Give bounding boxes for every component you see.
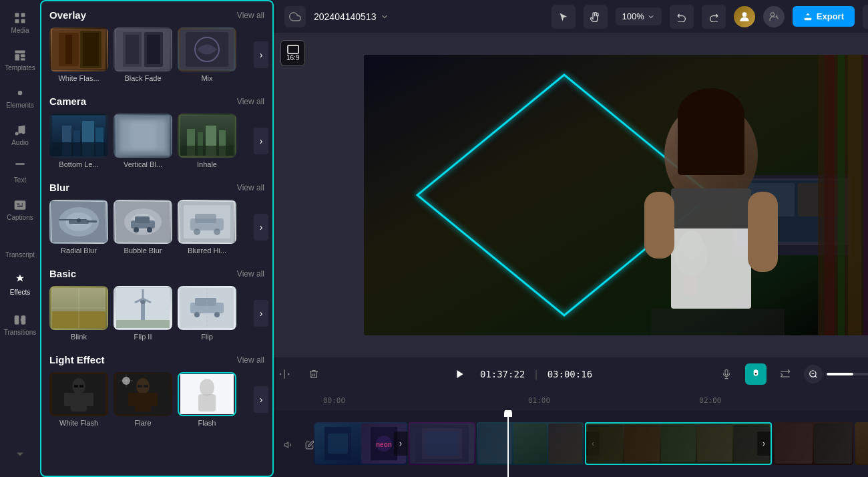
segment-4-right-arrow[interactable]: › — [757, 432, 771, 456]
sidebar-item-templates[interactable]: Templates — [3, 43, 37, 77]
camera-next-arrow[interactable]: › — [254, 128, 268, 154]
help-button[interactable] — [863, 5, 868, 29]
effect-bubble-blur[interactable]: Bubble Blur — [114, 200, 172, 255]
svg-point-48 — [77, 218, 81, 222]
timeline-area: 00:00 01:00 02:00 03:00 — [274, 390, 868, 477]
track-segment-5[interactable] — [773, 422, 853, 465]
effect-mix[interactable]: Mix — [178, 27, 236, 82]
svg-rect-7 — [21, 58, 25, 60]
svg-point-9 — [15, 132, 19, 136]
track-segment-6[interactable] — [855, 422, 868, 465]
basic-section-header: Basic View all — [49, 268, 264, 279]
svg-point-56 — [147, 227, 152, 232]
effect-bottom-lens[interactable]: Bottom Le... — [49, 114, 108, 168]
svg-rect-136 — [748, 192, 778, 272]
blur-view-all[interactable]: View all — [237, 183, 264, 192]
ai-audio-button[interactable] — [745, 363, 767, 385]
effect-blurred-hi[interactable]: Blurred Hi... — [178, 200, 236, 255]
vertical-bl-label: Vertical Bl... — [114, 160, 172, 168]
sidebar-item-audio[interactable]: Audio — [3, 118, 37, 152]
black-fade-thumb — [115, 29, 171, 70]
zoom-level[interactable]: 100% — [616, 7, 662, 25]
svg-point-79 — [214, 312, 220, 317]
video-frame — [364, 55, 868, 335]
sidebar-item-transitions[interactable]: Transitions — [3, 307, 37, 342]
segment-1-right-arrow[interactable]: › — [394, 432, 407, 456]
basic-next-arrow[interactable]: › — [254, 300, 268, 327]
effect-flip[interactable]: Flip — [178, 286, 236, 341]
track-segment-3[interactable] — [477, 422, 584, 465]
svg-rect-111 — [288, 45, 298, 53]
ruler-mark-0: 00:00 — [320, 396, 525, 405]
redo-button[interactable] — [702, 5, 726, 29]
svg-rect-41 — [180, 146, 234, 156]
svg-rect-134 — [671, 188, 751, 228]
play-button[interactable] — [448, 362, 472, 386]
light-effect-view-all[interactable]: View all — [237, 355, 264, 365]
flash-thumb — [179, 373, 235, 415]
blur-items-row: Radial Blur — [49, 200, 264, 255]
svg-rect-85 — [85, 393, 93, 406]
svg-rect-18 — [83, 33, 99, 66]
sidebar-item-transcript[interactable]: Transcript — [3, 230, 37, 265]
svg-rect-135 — [644, 192, 674, 259]
collapse-sidebar-button[interactable] — [3, 437, 37, 472]
svg-rect-22 — [126, 35, 139, 64]
light-effect-next-arrow[interactable]: › — [254, 386, 268, 413]
effect-radial-blur[interactable]: Radial Blur — [49, 200, 108, 255]
blur-next-arrow[interactable]: › — [254, 214, 268, 241]
cloud-sync-icon[interactable] — [284, 6, 306, 27]
hand-tool-button[interactable] — [584, 5, 608, 29]
svg-rect-12 — [15, 315, 19, 324]
project-name[interactable]: 202404140513 — [314, 11, 389, 22]
white-flash-le-label: White Flash — [49, 419, 108, 427]
effect-blink[interactable]: Blink — [49, 286, 108, 341]
delete-button[interactable] — [303, 363, 324, 385]
camera-view-all[interactable]: View all — [237, 97, 264, 106]
zoom-slider[interactable] — [827, 373, 868, 375]
inhale-thumb — [179, 115, 235, 156]
sidebar-item-effects[interactable]: Effects — [3, 267, 37, 302]
svg-rect-54 — [135, 216, 150, 223]
pointer-tool-button[interactable] — [552, 5, 576, 29]
sidebar-item-media[interactable]: Media — [3, 5, 37, 40]
split-button[interactable] — [274, 363, 295, 385]
track-segment-1[interactable]: neon › — [314, 422, 407, 465]
svg-rect-35 — [130, 122, 156, 149]
light-effect-section: Light Effect View all — [41, 346, 272, 432]
light-effect-section-header: Light Effect View all — [49, 354, 264, 365]
svg-point-8 — [18, 91, 23, 96]
microphone-button[interactable] — [716, 363, 737, 385]
effect-flip-ii[interactable]: Flip II — [114, 286, 172, 341]
audio-sync-button[interactable] — [775, 363, 796, 385]
overlay-next-arrow[interactable]: › — [254, 41, 268, 68]
effect-black-fade[interactable]: Black Fade — [114, 27, 172, 82]
blurred-hi-thumb — [179, 201, 235, 243]
zoom-out-button[interactable] — [804, 365, 823, 383]
undo-button[interactable] — [670, 5, 694, 29]
track-segment-4-selected[interactable]: ‹ › — [585, 422, 772, 465]
volume-button[interactable] — [279, 436, 298, 454]
sidebar-item-text[interactable]: Text — [3, 155, 37, 190]
effect-white-flash[interactable]: White Flas... — [49, 27, 108, 82]
add-person-button[interactable] — [763, 6, 785, 27]
top-toolbar: 202404140513 100% — [274, 0, 868, 33]
avatar[interactable] — [734, 6, 755, 27]
zoom-controls — [804, 365, 868, 383]
track-segment-2[interactable] — [409, 422, 475, 465]
bottom-lens-label: Bottom Le... — [49, 160, 108, 168]
basic-view-all[interactable]: View all — [237, 269, 264, 279]
svg-rect-86 — [74, 385, 78, 387]
sidebar-item-captions[interactable]: Captions — [3, 192, 37, 227]
basic-section: Basic View all — [41, 260, 272, 346]
sidebar-item-elements[interactable]: Elements — [3, 80, 37, 115]
overlay-view-all[interactable]: View all — [237, 11, 264, 20]
export-button[interactable]: Export — [793, 6, 855, 27]
effect-white-flash-le[interactable]: White Flash — [49, 372, 108, 427]
effect-inhale[interactable]: Inhale — [178, 114, 236, 168]
flash-label: Flash — [178, 419, 236, 427]
effect-flash[interactable]: Flash — [178, 372, 236, 427]
effect-vertical-bl[interactable]: Vertical Bl... — [114, 114, 172, 168]
aspect-ratio-badge[interactable]: 16:9 — [280, 40, 305, 66]
effect-flare[interactable]: Flare — [114, 372, 172, 427]
